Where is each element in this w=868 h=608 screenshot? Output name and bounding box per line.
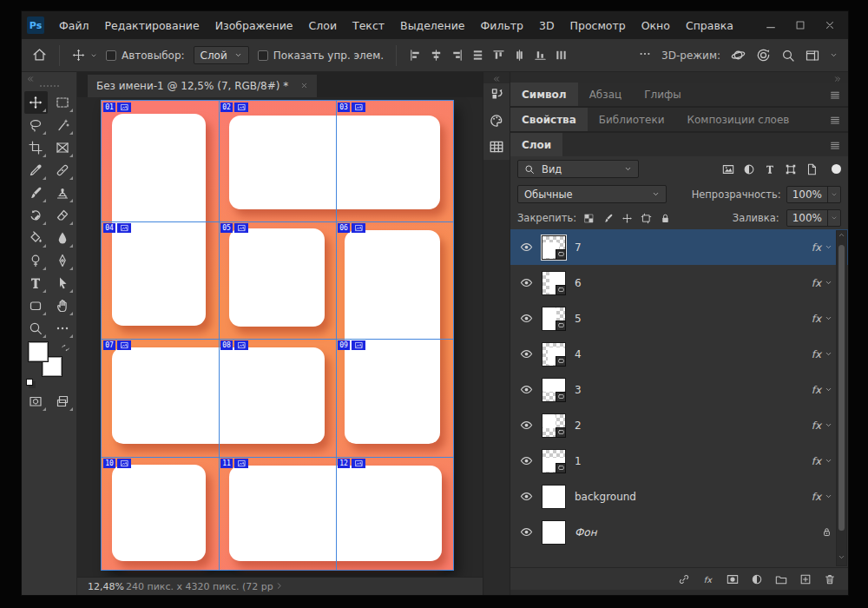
menu-item-8[interactable]: Просмотр [562, 11, 634, 39]
layer-filter-dropdown[interactable]: Вид [517, 160, 639, 178]
search-icon[interactable] [781, 49, 795, 63]
layers-scrollbar[interactable] [836, 230, 847, 566]
move-tool[interactable] [24, 91, 48, 114]
history-brush-tool[interactable] [24, 204, 48, 227]
toolbox-grip[interactable] [40, 85, 59, 87]
3d-orbit-icon[interactable] [731, 48, 746, 63]
layer-mask-icon[interactable] [727, 573, 739, 585]
layer-visibility-toggle[interactable] [516, 454, 536, 467]
tab-paragraph[interactable]: Абзац [578, 83, 634, 106]
align-bottom-edges-icon[interactable] [534, 49, 547, 62]
menu-item-10[interactable]: Справка [678, 11, 741, 39]
canvas[interactable]: 010203040506070809101112 [102, 101, 453, 570]
show-transform-controls-checkbox[interactable] [258, 50, 268, 61]
layer-thumbnail[interactable] [542, 378, 566, 402]
magic-wand-tool[interactable] [51, 114, 75, 136]
minimize-icon[interactable] [765, 19, 777, 31]
align-top-edges-icon[interactable] [492, 49, 505, 62]
collapse-right-icon[interactable] [834, 76, 841, 83]
chevron-down-icon[interactable] [825, 421, 832, 429]
lock-transparency-icon[interactable] [583, 213, 595, 224]
type-filter-icon[interactable] [764, 163, 776, 175]
lasso-tool[interactable] [24, 114, 48, 136]
layer-row-6[interactable]: 6fx [510, 265, 848, 301]
status-zoom-level[interactable]: 12,48% [88, 581, 124, 592]
chevron-down-icon[interactable] [825, 314, 832, 322]
menu-item-6[interactable]: Фильтр [473, 11, 531, 39]
color-panel-icon[interactable] [489, 113, 504, 129]
more-options-icon[interactable] [639, 48, 651, 60]
layer-effects-label[interactable]: fx [812, 241, 821, 254]
layer-row-2[interactable]: 2fx [510, 407, 848, 443]
layer-visibility-toggle[interactable] [516, 276, 536, 289]
history-panel-icon[interactable] [489, 87, 504, 102]
layer-thumbnail[interactable] [542, 342, 566, 367]
close-icon[interactable] [824, 19, 836, 31]
chevron-down-icon[interactable] [825, 279, 832, 287]
chevron-down-icon[interactable] [825, 457, 832, 465]
menu-item-2[interactable]: Изображение [207, 11, 301, 39]
pen-tool[interactable] [51, 249, 75, 272]
chevron-down-icon[interactable] [830, 51, 838, 59]
tab-libraries[interactable]: Библиотеки [588, 108, 676, 131]
auto-select-target-dropdown[interactable]: Слой [194, 46, 249, 64]
layer-visibility-toggle[interactable] [516, 347, 536, 360]
lock-paint-icon[interactable] [602, 213, 614, 224]
clone-stamp-tool[interactable] [51, 182, 75, 204]
tab-layers[interactable]: Слои [510, 133, 562, 156]
rectangular-marquee-tool[interactable] [51, 91, 75, 114]
status-arrow-icon[interactable] [275, 582, 283, 590]
panel-menu-button[interactable] [829, 133, 841, 156]
layer-effects-label[interactable]: fx [812, 313, 821, 325]
type-tool[interactable] [24, 272, 48, 294]
tab-glyphs[interactable]: Глифы [633, 83, 693, 106]
auto-select-checkbox[interactable] [106, 50, 116, 61]
swap-colors-icon[interactable] [61, 344, 70, 354]
crop-tool[interactable] [24, 136, 48, 159]
layer-effects-label[interactable]: fx [812, 348, 821, 360]
spot-healing-tool[interactable] [51, 159, 75, 182]
collapse-left-icon[interactable] [27, 76, 34, 83]
distribute-horizontal-icon[interactable] [555, 49, 568, 62]
quick-mask[interactable] [24, 390, 48, 413]
chevron-down-icon[interactable] [90, 52, 97, 59]
layer-row-4[interactable]: 4fx [510, 336, 848, 372]
layer-row-5[interactable]: 5fx [510, 301, 848, 336]
home-icon[interactable] [32, 47, 47, 62]
paint-bucket-tool[interactable] [24, 227, 48, 249]
rectangle-tool[interactable] [24, 294, 48, 317]
new-group-icon[interactable] [775, 573, 787, 585]
layer-thumbnail[interactable] [542, 449, 566, 473]
fill-value-box[interactable]: 100% [786, 209, 841, 227]
blur-tool[interactable] [51, 227, 75, 249]
scrollbar-thumb[interactable] [838, 245, 845, 531]
eraser-tool[interactable] [51, 204, 75, 227]
distribute-vertical-icon[interactable] [471, 49, 484, 62]
layer-thumbnail[interactable] [542, 307, 566, 331]
layer-visibility-toggle[interactable] [516, 312, 536, 325]
new-layer-icon[interactable] [799, 573, 812, 585]
layer-row-fon[interactable]: Фон [510, 514, 848, 550]
layer-effects-label[interactable]: fx [812, 384, 821, 396]
link-layers-icon[interactable] [678, 573, 690, 585]
image-filter-icon[interactable] [722, 163, 734, 175]
menu-item-3[interactable]: Слои [301, 11, 345, 39]
align-right-edges-icon[interactable] [450, 49, 464, 62]
lock-artboard-icon[interactable] [641, 213, 652, 224]
menu-item-4[interactable]: Текст [345, 11, 392, 39]
3d-rotate-icon[interactable] [756, 48, 771, 63]
adjustment-filter-icon[interactable] [743, 163, 755, 175]
layer-visibility-toggle[interactable] [516, 383, 536, 396]
lock-move-icon[interactable] [621, 213, 633, 224]
layer-effects-label[interactable]: fx [812, 455, 821, 467]
brush-tool[interactable] [24, 182, 48, 204]
distribute-horizontal-centers-icon[interactable] [513, 49, 526, 62]
tab-layer-comps[interactable]: Композиции слоев [675, 108, 800, 131]
blend-mode-dropdown[interactable]: Обычные [517, 185, 667, 203]
dodge-tool[interactable] [24, 249, 48, 272]
workspace-icon[interactable] [806, 49, 819, 63]
layer-thumbnail[interactable] [542, 520, 566, 545]
align-horizontal-centers-icon[interactable] [430, 49, 443, 62]
adjustment-layer-icon[interactable] [751, 573, 763, 585]
layer-row-7[interactable]: 7fx [510, 229, 848, 265]
